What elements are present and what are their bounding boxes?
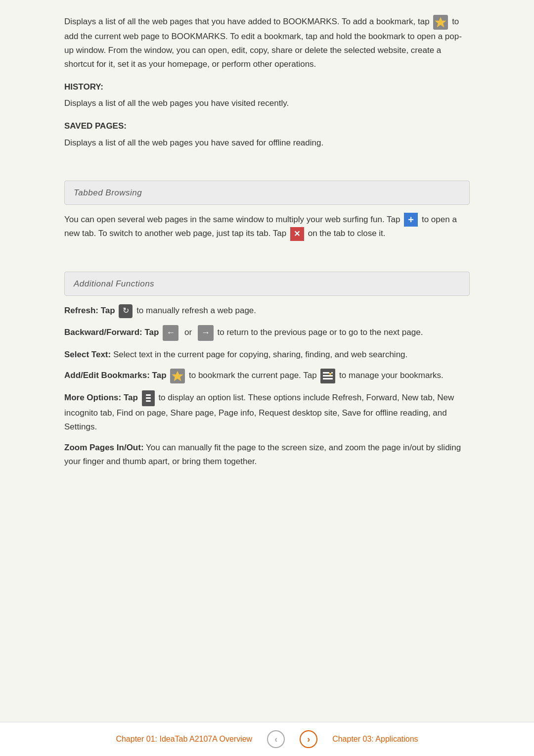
bookmark-manage-icon [320, 369, 335, 383]
main-content: Displays a list of all the web pages tha… [0, 0, 534, 722]
refresh-desc: to manually refresh a web page. [136, 306, 256, 315]
svg-rect-7 [323, 378, 333, 379]
add-edit-bookmarks-mid: to bookmark the current page. Tap [189, 371, 317, 380]
add-edit-bookmarks-desc: to manage your bookmarks. [339, 371, 444, 380]
more-options-para: More Options: Tap to display an option l… [64, 390, 470, 434]
select-text-desc: Select text in the current page for copy… [113, 350, 407, 359]
tabbed-browsing-section-title: Tabbed Browsing [64, 181, 470, 205]
plus-icon: + [404, 213, 418, 227]
forward-arrow-icon: → [198, 325, 214, 341]
backward-forward-label: Backward/Forward: Tap [64, 328, 159, 337]
tabbed-browsing-title-text: Tabbed Browsing [74, 188, 142, 197]
refresh-icon: ↻ [119, 304, 133, 318]
svg-rect-6 [323, 375, 333, 377]
history-label: HISTORY: [64, 80, 470, 94]
add-edit-bookmarks-label: Add/Edit Bookmarks: Tap [64, 371, 167, 380]
additional-functions-title-text: Additional Functions [74, 279, 154, 288]
add-edit-bookmarks-para: Add/Edit Bookmarks: Tap to bookmark the … [64, 369, 470, 383]
backward-desc: to return to the previous page or to go … [218, 328, 423, 337]
saved-pages-label: SAVED PAGES: [64, 119, 470, 133]
close-tab-icon: ✕ [290, 227, 304, 241]
refresh-para: Refresh: Tap ↻ to manually refresh a web… [64, 304, 470, 318]
back-arrow-icon: ← [163, 325, 178, 341]
star-icon [433, 15, 448, 30]
saved-pages-desc: Displays a list of all the web pages you… [64, 136, 470, 150]
select-text-label: Select Text: [64, 350, 111, 359]
refresh-label: Refresh: Tap [64, 306, 115, 315]
zoom-para: Zoom Pages In/Out: You can manually fit … [64, 441, 470, 469]
tabbed-browsing-para: You can open several web pages in the sa… [64, 213, 470, 241]
prev-chapter-link[interactable]: Chapter 01: IdeaTab A2107A Overview [116, 735, 252, 744]
next-chapter-link[interactable]: Chapter 03: Applications [332, 735, 418, 744]
bookmarks-intro-text: Displays a list of all the web pages tha… [64, 17, 430, 26]
history-desc: Displays a list of all the web pages you… [64, 96, 470, 110]
bookmark-add-icon [170, 369, 185, 383]
tabbed-desc-part1: You can open several web pages in the sa… [64, 215, 400, 224]
more-options-icon [142, 390, 155, 406]
backward-forward-para: Backward/Forward: Tap ← or → to return t… [64, 325, 470, 341]
backward-or-text: or [184, 328, 192, 337]
footer-bar: Chapter 01: IdeaTab A2107A Overview ‹ › … [0, 722, 534, 756]
bookmarks-para: Displays a list of all the web pages tha… [64, 15, 470, 71]
tabbed-desc-part3: on the tab to close it. [308, 229, 386, 238]
select-text-para: Select Text: Select text in the current … [64, 348, 470, 362]
prev-nav-button[interactable]: ‹ [267, 730, 285, 748]
additional-functions-section-title: Additional Functions [64, 272, 470, 296]
more-options-label: More Options: Tap [64, 393, 138, 402]
next-nav-button[interactable]: › [300, 730, 317, 748]
zoom-label: Zoom Pages In/Out: [64, 443, 144, 452]
